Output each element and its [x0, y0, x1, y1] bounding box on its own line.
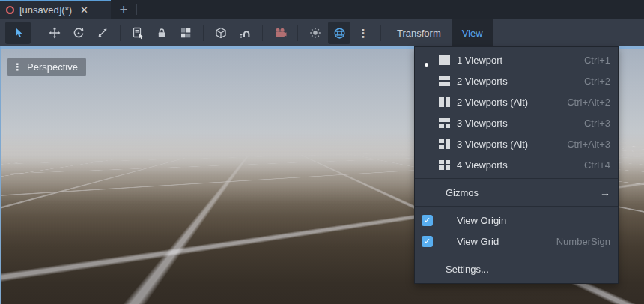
menu-item-label: View Grid [457, 236, 556, 247]
sun-icon [309, 27, 321, 39]
list-select-tool-button[interactable] [127, 22, 149, 44]
submenu-arrow-icon: → [600, 186, 610, 198]
viewport-left-border [0, 46, 1, 304]
viewport-4-icon [439, 160, 450, 170]
tabbar-divider [136, 4, 137, 15]
lock-icon [156, 27, 168, 39]
world-toggle-button[interactable] [328, 22, 350, 44]
close-tab-icon[interactable]: ✕ [80, 5, 88, 15]
toolbar-divider [120, 25, 121, 41]
toolbar-divider [203, 25, 204, 41]
viewport-2-icon [439, 76, 450, 86]
globe-icon [333, 27, 346, 40]
viewport-2-alt-icon [439, 97, 450, 107]
select-cursor-icon [12, 27, 24, 39]
rotate-icon [73, 27, 85, 39]
menu-item-1-viewport[interactable]: 1 Viewport Ctrl+1 [415, 49, 618, 70]
projection-label: Perspective [27, 61, 78, 73]
tab-title: [unsaved](*) [19, 4, 72, 16]
shortcut-label: Ctrl+4 [584, 159, 610, 171]
menu-item-label: 2 Viewports (Alt) [457, 97, 567, 108]
menu-item-label: Settings... [446, 264, 610, 275]
toolbar-divider [262, 25, 263, 41]
move-tool-button[interactable] [43, 22, 66, 44]
toolbar-divider [380, 25, 381, 41]
shortcut-label: Ctrl+1 [584, 55, 610, 66]
menu-item-label: 4 Viewports [457, 159, 584, 171]
viewport-1-icon [439, 55, 450, 65]
new-scene-tab-button[interactable]: + [111, 0, 136, 19]
spatial-toolbar: ⋮ Transform View [0, 19, 644, 46]
menu-divider [415, 255, 618, 255]
view-menu-button[interactable]: View [452, 19, 493, 46]
select-tool-button[interactable] [5, 22, 31, 44]
menu-item-view-origin[interactable]: ✓ View Origin [415, 210, 618, 231]
menu-item-label: View Origin [457, 215, 610, 226]
scene-tab-bar: [unsaved](*) ✕ + [0, 0, 644, 19]
checkbox-checked-icon[interactable]: ✓ [422, 236, 433, 247]
snap-magnet-icon [239, 27, 251, 39]
perspective-menu-button[interactable]: ⋮ Perspective [7, 58, 86, 76]
menu-item-3-viewports[interactable]: 3 Viewports Ctrl+3 [415, 112, 618, 133]
group-tool-button[interactable] [174, 22, 197, 44]
viewport-3-alt-icon [439, 139, 450, 149]
viewport-3-icon [439, 118, 450, 128]
menu-item-3-viewports-alt[interactable]: 3 Viewports (Alt) Ctrl+Alt+3 [415, 133, 618, 154]
cube-icon [215, 27, 227, 39]
shortcut-label: Ctrl+2 [584, 76, 610, 87]
vertical-ellipsis-icon: ⋮ [13, 62, 22, 72]
camera-preview-button[interactable] [269, 22, 291, 44]
menu-item-label: 1 Viewport [457, 55, 584, 66]
menu-item-view-grid[interactable]: ✓ View Grid NumberSign [415, 231, 618, 252]
menu-divider [415, 178, 618, 179]
scale-tool-button[interactable] [91, 22, 114, 44]
group-icon [180, 27, 192, 39]
scale-icon [97, 27, 109, 39]
shortcut-label: Ctrl+Alt+2 [567, 97, 610, 108]
vertical-ellipsis-icon: ⋮ [358, 28, 369, 39]
menu-item-label: Gizmos [446, 187, 600, 198]
menu-item-4-viewports[interactable]: 4 Viewports Ctrl+4 [415, 154, 618, 175]
shortcut-label: Ctrl+3 [584, 118, 610, 129]
lock-tool-button[interactable] [151, 22, 173, 44]
menu-item-2-viewports[interactable]: 2 Viewports Ctrl+2 [415, 70, 618, 91]
menu-item-label: 3 Viewports [457, 118, 584, 129]
snap-tool-button[interactable] [234, 22, 256, 44]
toolbar-divider [37, 25, 37, 41]
view-dropdown-menu: 1 Viewport Ctrl+1 2 Viewports Ctrl+2 2 V… [414, 46, 619, 284]
more-options-button[interactable]: ⋮ [352, 22, 374, 44]
menu-item-label: 3 Viewports (Alt) [457, 139, 567, 150]
scene-tab-unsaved[interactable]: [unsaved](*) ✕ [0, 0, 111, 19]
menu-item-label: 2 Viewports [457, 76, 584, 87]
menu-item-2-viewports-alt[interactable]: 2 Viewports (Alt) Ctrl+Alt+2 [415, 91, 618, 112]
menu-item-settings[interactable]: Settings... [415, 258, 618, 279]
rotate-tool-button[interactable] [67, 22, 90, 44]
toolbar-divider [297, 25, 298, 41]
mesh-tool-button[interactable] [210, 22, 232, 44]
camera-icon [274, 27, 287, 39]
environment-toggle-button[interactable] [304, 22, 326, 44]
shortcut-label: Ctrl+Alt+3 [567, 139, 610, 150]
list-select-icon [132, 27, 145, 40]
move-icon [49, 27, 61, 39]
checkbox-checked-icon[interactable]: ✓ [422, 215, 433, 226]
menu-divider [415, 206, 618, 207]
godot-scene-icon [6, 6, 14, 14]
menu-item-gizmos[interactable]: Gizmos → [415, 182, 618, 203]
transform-menu-button[interactable]: Transform [386, 19, 452, 46]
shortcut-label: NumberSign [556, 236, 610, 247]
